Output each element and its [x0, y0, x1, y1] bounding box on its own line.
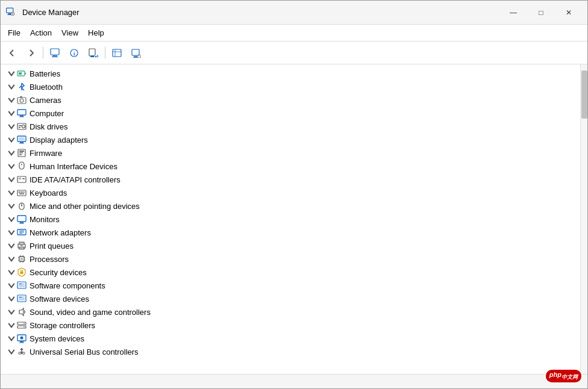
svg-point-87	[23, 323, 25, 324]
minimize-button[interactable]: —	[499, 2, 527, 23]
svg-text:i: i	[74, 51, 75, 57]
expand-arrow-computer[interactable]	[7, 108, 16, 118]
toolbar-show-btn[interactable]	[108, 45, 126, 61]
system-label: System devices	[30, 334, 84, 343]
keyboards-label: Keyboards	[30, 188, 67, 198]
bluetooth-icon	[16, 81, 27, 92]
svg-rect-49	[22, 191, 23, 193]
ide-label: IDE ATA/ATAPI controllers	[30, 175, 120, 184]
svg-rect-28	[19, 117, 24, 117]
tree-item-cameras[interactable]: Cameras	[1, 93, 580, 107]
expand-arrow-storage[interactable]	[7, 320, 16, 330]
tree-item-system[interactable]: System devices	[1, 332, 580, 345]
tree-item-print[interactable]: Print queues	[1, 239, 580, 252]
batteries-icon	[16, 68, 27, 79]
tree-item-software-components[interactable]: Software components	[1, 279, 580, 292]
tree-item-mice[interactable]: Mice and other pointing devices	[1, 199, 580, 213]
expand-arrow-firmware[interactable]	[7, 148, 16, 158]
tree-item-processors[interactable]: Processors	[1, 252, 580, 266]
svg-point-54	[21, 205, 22, 206]
svg-rect-65	[20, 245, 23, 246]
sound-label: Sound, video and game controllers	[30, 308, 151, 317]
menu-action[interactable]: Action	[25, 26, 57, 40]
svg-rect-59	[19, 231, 24, 231]
expand-arrow-disk-drives[interactable]	[7, 122, 16, 131]
device-tree[interactable]: BatteriesBluetoothCamerasComputerDisk dr…	[1, 64, 580, 374]
svg-rect-34	[20, 142, 23, 143]
tree-item-firmware[interactable]: Firmware	[1, 146, 580, 160]
tree-item-storage[interactable]: Storage controllers	[1, 319, 580, 332]
expand-arrow-usb[interactable]	[7, 347, 16, 356]
toolbar-scan-btn[interactable]	[127, 45, 145, 61]
svg-rect-39	[19, 152, 23, 154]
tree-item-ide[interactable]: IDE ATA/ATAPI controllers	[1, 173, 580, 186]
print-icon	[16, 240, 27, 251]
expand-arrow-network[interactable]	[7, 228, 16, 237]
tree-item-bluetooth[interactable]: Bluetooth	[1, 80, 580, 93]
expand-arrow-system[interactable]	[7, 334, 16, 343]
tree-item-usb[interactable]: Universal Serial Bus controllers	[1, 345, 580, 358]
tree-item-disk-drives[interactable]: Disk drives	[1, 120, 580, 133]
tree-item-display-adapters[interactable]: Display adapters	[1, 133, 580, 146]
tree-item-network[interactable]: Network adapters	[1, 226, 580, 239]
expand-arrow-keyboards[interactable]	[7, 188, 16, 198]
expand-arrow-security[interactable]	[7, 267, 16, 277]
forward-button[interactable]	[22, 45, 40, 61]
content-area: BatteriesBluetoothCamerasComputerDisk dr…	[1, 64, 587, 374]
usb-label: Universal Serial Bus controllers	[30, 347, 139, 356]
toolbar-separator-2	[105, 47, 105, 59]
software-components-label: Software components	[30, 281, 105, 290]
expand-arrow-ide[interactable]	[7, 175, 16, 184]
display-adapters-label: Display adapters	[30, 135, 88, 145]
svg-rect-5	[51, 49, 59, 55]
menu-file[interactable]: File	[3, 26, 25, 40]
disk-drives-icon	[16, 121, 27, 132]
firmware-label: Firmware	[30, 149, 62, 158]
expand-arrow-software-components[interactable]	[7, 281, 16, 290]
expand-arrow-sound[interactable]	[7, 307, 16, 317]
expand-arrow-mice[interactable]	[7, 201, 16, 211]
toolbar-update-btn[interactable]	[84, 45, 102, 61]
expand-arrow-display-adapters[interactable]	[7, 135, 16, 145]
storage-label: Storage controllers	[30, 321, 95, 330]
expand-arrow-monitors[interactable]	[7, 214, 16, 224]
expand-arrow-bluetooth[interactable]	[7, 82, 16, 92]
tree-item-monitors[interactable]: Monitors	[1, 213, 580, 226]
scrollbar[interactable]	[580, 64, 587, 374]
close-button[interactable]: ✕	[555, 2, 583, 23]
back-button[interactable]	[3, 45, 21, 61]
svg-rect-38	[19, 151, 24, 152]
toolbar-separator-1	[43, 47, 43, 59]
security-icon	[16, 267, 27, 278]
expand-arrow-batteries[interactable]	[7, 69, 16, 78]
tree-item-software-devices[interactable]: Software devices	[1, 292, 580, 305]
expand-arrow-processors[interactable]	[7, 254, 16, 264]
scroll-thumb[interactable]	[581, 70, 587, 119]
expand-arrow-hid[interactable]	[7, 161, 16, 171]
svg-point-4	[12, 13, 13, 14]
expand-arrow-software-devices[interactable]	[7, 294, 16, 303]
tree-item-computer[interactable]: Computer	[1, 107, 580, 120]
menu-view[interactable]: View	[57, 26, 83, 40]
maximize-button[interactable]: □	[527, 2, 555, 23]
expand-arrow-print[interactable]	[7, 241, 16, 251]
tree-item-sound[interactable]: Sound, video and game controllers	[1, 305, 580, 319]
svg-rect-56	[20, 222, 23, 223]
svg-rect-61	[19, 233, 22, 234]
tree-item-hid[interactable]: Human Interface Devices	[1, 160, 580, 173]
tree-item-security[interactable]: Security devices	[1, 266, 580, 279]
expand-arrow-cameras[interactable]	[7, 95, 16, 105]
monitors-label: Monitors	[30, 215, 60, 224]
tree-item-keyboards[interactable]: Keyboards	[1, 186, 580, 199]
svg-line-19	[140, 57, 141, 57]
svg-rect-7	[52, 57, 58, 57]
toolbar-properties-btn[interactable]: i	[65, 45, 83, 61]
toolbar-view-btn[interactable]	[46, 45, 64, 61]
svg-marker-84	[19, 308, 23, 316]
svg-rect-12	[113, 49, 121, 57]
tree-item-batteries[interactable]: Batteries	[1, 67, 580, 80]
menu-help[interactable]: Help	[83, 26, 109, 40]
svg-rect-45	[22, 178, 25, 179]
svg-point-30	[22, 125, 25, 128]
svg-rect-27	[20, 116, 23, 117]
